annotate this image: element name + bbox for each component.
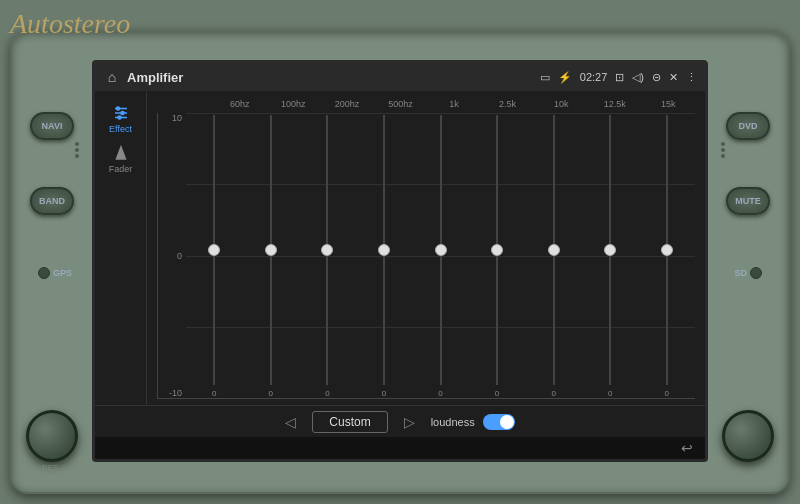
eq-bars-container: 0 0	[186, 113, 695, 398]
vol-indicator-right	[721, 142, 725, 158]
eq-val-100hz: 0	[269, 389, 273, 398]
eq-val-1k: 0	[438, 389, 442, 398]
eq-thumb-10k[interactable]	[548, 244, 560, 256]
eq-thumb-2-5k[interactable]	[491, 244, 503, 256]
freq-labels: 60hz 100hz 200hz 500hz 1k 2.5k 10k 12.5k…	[157, 99, 695, 109]
freq-1k: 1k	[427, 99, 481, 109]
more-icon: ⋮	[686, 71, 697, 84]
sd-button[interactable]: SD	[734, 267, 762, 279]
freq-15k: 15k	[642, 99, 696, 109]
vol-indicator-left	[75, 142, 79, 158]
band-button[interactable]: BAND	[30, 187, 74, 215]
eq-thumb-60hz[interactable]	[208, 244, 220, 256]
eq-track-10k[interactable]	[553, 115, 555, 385]
app-title: Amplifier	[127, 70, 183, 85]
eq-slider-15k[interactable]: 0	[639, 113, 696, 398]
eq-slider-60hz[interactable]: 0	[186, 113, 243, 398]
status-left: ⌂ Amplifier	[103, 68, 183, 86]
eq-track-15k[interactable]	[666, 115, 668, 385]
freq-12-5k: 12.5k	[588, 99, 642, 109]
y-label-neg10: -10	[158, 388, 182, 398]
next-button[interactable]: ▷	[404, 414, 415, 430]
eq-track-100hz[interactable]	[270, 115, 272, 385]
prev-icon: ◁	[285, 414, 296, 430]
svg-point-3	[116, 107, 119, 110]
freq-60hz: 60hz	[213, 99, 267, 109]
gps-indicator	[38, 267, 50, 279]
camera-icon: ⊡	[615, 71, 624, 84]
eq-slider-10k[interactable]: 0	[525, 113, 582, 398]
eq-thumb-100hz[interactable]	[265, 244, 277, 256]
main-content: Effect Fader 60hz 100hz	[95, 91, 705, 405]
eq-slider-200hz[interactable]: 0	[299, 113, 356, 398]
volume-icon: ◁)	[632, 71, 644, 84]
status-bar: ⌂ Amplifier ▭ ⚡ 02:27 ⊡ ◁) ⊝ ✕ ⋮	[95, 63, 705, 91]
eq-val-200hz: 0	[325, 389, 329, 398]
android-ui: ⌂ Amplifier ▭ ⚡ 02:27 ⊡ ◁) ⊝ ✕ ⋮	[95, 63, 705, 459]
effect-label: Effect	[109, 124, 132, 134]
navi-button[interactable]: NAVI	[30, 112, 74, 140]
monitor-icon: ▭	[540, 71, 550, 84]
eq-val-12-5k: 0	[608, 389, 612, 398]
res-label: RES	[42, 463, 58, 472]
close-icon: ✕	[669, 71, 678, 84]
eq-track-500hz[interactable]	[383, 115, 385, 385]
eq-slider-1k[interactable]: 0	[412, 113, 469, 398]
bluetooth-icon: ⚡	[558, 71, 572, 84]
watermark-logo: Autostereo	[10, 8, 130, 40]
eq-slider-500hz[interactable]: 0	[356, 113, 413, 398]
left-panel: Effect Fader	[95, 91, 147, 405]
eq-area: 60hz 100hz 200hz 500hz 1k 2.5k 10k 12.5k…	[147, 91, 705, 405]
status-icons: ▭ ⚡ 02:27 ⊡ ◁) ⊝ ✕ ⋮	[540, 71, 697, 84]
eq-slider-12-5k[interactable]: 0	[582, 113, 639, 398]
bottom-bar: ◁ Custom ▷ loudness	[95, 405, 705, 437]
y-label-0: 0	[158, 251, 182, 261]
eq-graph: 10 0 -10	[157, 113, 695, 399]
eq-thumb-200hz[interactable]	[321, 244, 333, 256]
volume-knob-left[interactable]	[26, 410, 78, 462]
unit-body: ▲ NAVI BAND GPS DVD MUTE SD ⌂ Amplifier	[10, 30, 790, 494]
eq-track-12-5k[interactable]	[609, 115, 611, 385]
volume-knob-right[interactable]	[722, 410, 774, 462]
loudness-toggle[interactable]	[483, 414, 515, 430]
freq-500hz: 500hz	[374, 99, 428, 109]
gps-button[interactable]: GPS	[38, 267, 72, 279]
eq-thumb-1k[interactable]	[435, 244, 447, 256]
sd-indicator	[750, 267, 762, 279]
eq-val-500hz: 0	[382, 389, 386, 398]
fader-label: Fader	[109, 164, 133, 174]
eq-track-60hz[interactable]	[213, 115, 215, 385]
eq-thumb-500hz[interactable]	[378, 244, 390, 256]
eq-track-200hz[interactable]	[326, 115, 328, 385]
next-icon: ▷	[404, 414, 415, 430]
eq-thumb-12-5k[interactable]	[604, 244, 616, 256]
fader-panel-icon[interactable]: Fader	[103, 141, 139, 177]
eq-track-2-5k[interactable]	[496, 115, 498, 385]
toggle-knob	[500, 415, 514, 429]
dvd-button[interactable]: DVD	[726, 112, 770, 140]
eq-thumb-15k[interactable]	[661, 244, 673, 256]
mute-button[interactable]: MUTE	[726, 187, 770, 215]
back-button[interactable]: ↩	[681, 440, 693, 456]
eq-sliders: 0 0	[186, 113, 695, 398]
freq-10k: 10k	[534, 99, 588, 109]
svg-point-4	[121, 112, 124, 115]
eq-slider-100hz[interactable]: 0	[243, 113, 300, 398]
prev-button[interactable]: ◁	[285, 414, 296, 430]
freq-100hz: 100hz	[267, 99, 321, 109]
eq-val-2-5k: 0	[495, 389, 499, 398]
eq-val-10k: 0	[551, 389, 555, 398]
effect-panel-icon[interactable]: Effect	[103, 101, 139, 137]
freq-2-5k: 2.5k	[481, 99, 535, 109]
svg-marker-6	[116, 147, 125, 159]
home-icon[interactable]: ⌂	[103, 68, 121, 86]
eq-slider-2-5k[interactable]: 0	[469, 113, 526, 398]
status-time: 02:27	[580, 71, 608, 83]
nav-bar: ↩	[95, 437, 705, 459]
loudness-section: loudness	[431, 414, 515, 430]
eq-track-1k[interactable]	[440, 115, 442, 385]
svg-point-5	[118, 116, 121, 119]
custom-button[interactable]: Custom	[312, 411, 387, 433]
eq-val-60hz: 0	[212, 389, 216, 398]
screen-area: ⌂ Amplifier ▭ ⚡ 02:27 ⊡ ◁) ⊝ ✕ ⋮	[92, 60, 708, 462]
